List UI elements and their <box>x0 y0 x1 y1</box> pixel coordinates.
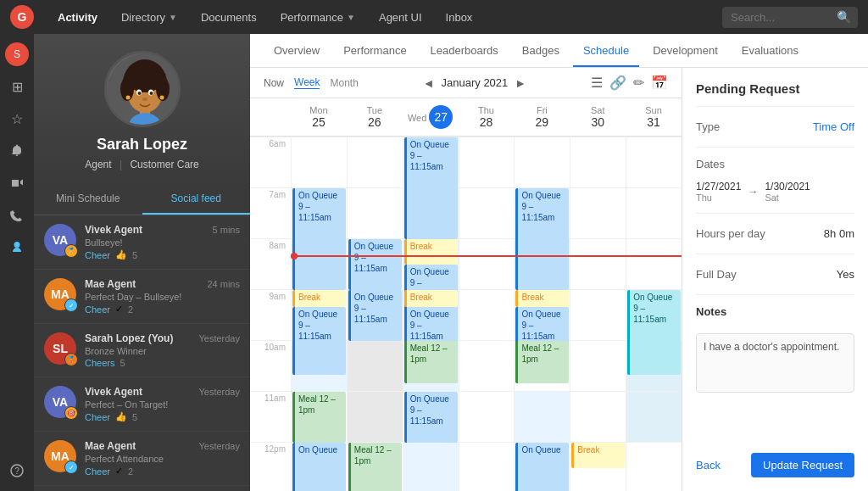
list-view-button[interactable]: ☰ <box>591 75 603 91</box>
event-block-onqueue[interactable]: On Queue 9 – 11:15am <box>627 290 681 375</box>
event-block[interactable]: On Queue 9 – 11:15am <box>515 188 569 290</box>
hours-label: Hours per day <box>696 227 765 240</box>
event-block-meal[interactable]: Meal 12 – 1pm <box>292 392 346 443</box>
rp-actions: Back Update Request <box>696 453 854 477</box>
cheer-button[interactable]: Cheers <box>85 358 114 368</box>
nav-documents[interactable]: Documents <box>191 6 267 29</box>
list-item: MA ✓ Mae Agent Yesterday Perfect Attenda… <box>34 432 250 486</box>
event-block[interactable]: On Queue <box>515 443 569 491</box>
notes-content[interactable]: I have a doctor's appointment. <box>696 333 854 393</box>
nav-performance[interactable]: Performance ▼ <box>270 6 365 29</box>
profile-tabs: Mini Schedule Social feed <box>34 184 250 215</box>
prev-month-button[interactable]: ◄ <box>423 76 435 90</box>
feed-message: Bullseye! <box>85 237 240 248</box>
event-block[interactable]: On Queue 9 – 11:15am <box>292 307 346 375</box>
event-block-break[interactable]: Break <box>571 443 625 468</box>
event-block-meal[interactable]: Meal 12 – 1pm <box>404 341 458 383</box>
tab-development[interactable]: Development <box>643 34 728 67</box>
event-block[interactable]: On Queue 9 – 11:15am <box>404 392 458 443</box>
avatar <box>104 51 181 127</box>
feed-name: Mae Agent <box>85 440 136 452</box>
tab-mini-schedule[interactable]: Mini Schedule <box>34 184 142 215</box>
profile-role: Agent | Customer Care <box>85 159 199 170</box>
feed-name: Vivek Agent <box>85 224 142 236</box>
event-block-break[interactable]: Break <box>292 290 346 307</box>
cheer-button[interactable]: Cheer <box>85 250 110 260</box>
notes-label: Notes <box>696 305 854 318</box>
sidebar-icon-strip: S ⊞ ☆ ? <box>0 34 34 491</box>
dates-label: Dates <box>696 158 854 170</box>
type-label: Type <box>696 120 720 133</box>
main-layout: S ⊞ ☆ ? <box>0 34 868 491</box>
event-block-break[interactable]: Break <box>404 239 458 265</box>
sidebar-icon-notifications[interactable] <box>3 137 31 165</box>
feed-badge-icon: ✓ <box>64 299 78 312</box>
feed-message: Perfect Day – Bullseye! <box>85 292 240 302</box>
cheer-count: 5 <box>120 358 125 368</box>
tab-evaluations[interactable]: Evaluations <box>732 34 809 67</box>
feed-avatar: MA ✓ <box>44 440 76 472</box>
cheer-button[interactable]: Cheer <box>85 466 110 477</box>
event-block[interactable]: On Queue 9 – 11:15am <box>348 290 402 341</box>
feed-badge-icon: ✓ <box>64 460 78 474</box>
event-block[interactable]: On Queue <box>292 443 346 491</box>
feed-time: Yesterday <box>198 387 240 397</box>
event-block-meal[interactable]: Meal 12 – 1pm <box>348 443 402 491</box>
link-button[interactable]: 🔗 <box>609 75 626 91</box>
nav-activity[interactable]: Activity <box>47 6 108 29</box>
sidebar-icon-star[interactable]: ☆ <box>3 105 31 132</box>
cheer-count: 5 <box>132 250 137 260</box>
tab-leaderboards[interactable]: Leaderboards <box>420 34 509 67</box>
schedule-month-button[interactable]: Month <box>330 77 358 89</box>
next-month-button[interactable]: ► <box>515 76 526 90</box>
sidebar-icon-agent[interactable] <box>3 234 31 261</box>
schedule-grid[interactable]: Mon 25 Tue 26 Wed 27 Thu <box>250 98 682 491</box>
day-header-fri: Fri 29 <box>514 98 570 136</box>
day-header-mon: Mon 25 <box>291 98 347 136</box>
nav-inbox[interactable]: Inbox <box>436 6 483 29</box>
event-block-break[interactable]: Break <box>515 290 569 307</box>
tab-badges[interactable]: Badges <box>512 34 570 67</box>
event-block[interactable]: On Queue 9 – 11:15am <box>404 137 458 239</box>
feed-badge-icon: 🥉 <box>64 353 78 366</box>
feed-avatar: MA ✓ <box>44 278 76 310</box>
day-header-sat: Sat 30 <box>570 98 626 136</box>
date-arrow: → <box>748 186 758 198</box>
feed-time: 5 mins <box>213 225 240 235</box>
date-from-sub: Thu <box>696 192 741 203</box>
feed-name: Mae Agent <box>85 278 136 290</box>
cheer-button[interactable]: Cheer <box>85 304 110 315</box>
dates-row: 1/27/2021 Thu → 1/30/2021 Sat <box>696 181 854 203</box>
tab-overview[interactable]: Overview <box>264 34 330 67</box>
sidebar-icon-video[interactable] <box>3 170 31 197</box>
calendar-view-button[interactable]: 📅 <box>651 75 668 91</box>
sidebar-icon-home[interactable]: ⊞ <box>3 73 31 100</box>
update-request-button[interactable]: Update Request <box>751 453 854 477</box>
date-to-sub: Sat <box>765 192 810 203</box>
sidebar-icon-phone[interactable] <box>3 202 31 229</box>
tab-social-feed[interactable]: Social feed <box>142 184 251 215</box>
profile-header: Sarah Lopez Agent | Customer Care <box>34 34 250 184</box>
tab-schedule[interactable]: Schedule <box>573 34 639 67</box>
nav-agent-ui[interactable]: Agent UI <box>369 6 432 29</box>
event-block-meal[interactable]: Meal 12 – 1pm <box>515 341 569 383</box>
time-12pm: 12pm <box>250 442 291 491</box>
time-8am: 8am <box>250 238 291 289</box>
schedule-month-year: January 2021 <box>442 76 509 89</box>
event-block[interactable]: On Queue 9 – 11:15am <box>348 239 402 290</box>
time-10am: 10am <box>250 340 291 391</box>
schedule-week-button[interactable]: Week <box>294 76 320 89</box>
feed-message: Perfect – On Target! <box>85 399 240 410</box>
event-block-break[interactable]: Break <box>404 290 458 307</box>
sidebar-user-avatar[interactable]: S <box>3 41 31 68</box>
nav-directory[interactable]: Directory ▼ <box>111 6 187 29</box>
event-block[interactable]: On Queue 9 – 11:15am <box>292 188 346 290</box>
tab-performance[interactable]: Performance <box>333 34 416 67</box>
cheer-button[interactable]: Cheer <box>85 412 110 422</box>
day-header-wed: Wed 27 <box>403 98 459 136</box>
edit-button[interactable]: ✏ <box>633 75 644 91</box>
sub-tabs: Overview Performance Leaderboards Badges… <box>250 34 868 68</box>
back-button[interactable]: Back <box>696 459 721 471</box>
sidebar-icon-help[interactable]: ? <box>3 457 31 484</box>
day-header-sun: Sun 31 <box>626 98 682 136</box>
